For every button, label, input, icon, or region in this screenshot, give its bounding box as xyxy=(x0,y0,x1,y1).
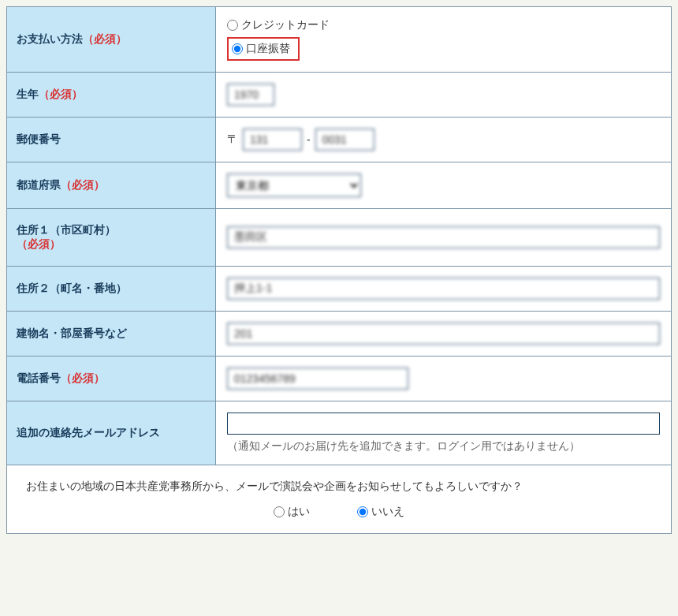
row-contact-consent: お住まいの地域の日本共産党事務所から、メールで演説会や企画をお知らせしてもよろし… xyxy=(7,465,672,534)
payment-credit-radio[interactable] xyxy=(227,20,238,31)
postal-input-1[interactable] xyxy=(243,129,302,151)
contact-form-table: お支払い方法（必須） クレジットカード 口座振替 生年（必須） 郵便番 xyxy=(6,6,672,534)
label-email: 追加の連絡先メールアドレス xyxy=(7,401,216,465)
row-postal-code: 郵便番号 〒 - xyxy=(7,118,672,162)
postal-input-2[interactable] xyxy=(315,129,374,151)
row-building: 建物名・部屋番号など xyxy=(7,312,672,357)
payment-credit-option[interactable]: クレジットカード xyxy=(227,18,660,32)
address1-input[interactable] xyxy=(227,226,660,248)
label-address1: 住所１（市区町村）（必須） xyxy=(7,209,216,267)
row-email: 追加の連絡先メールアドレス （通知メールのお届け先を追加できます。ログイン用では… xyxy=(7,401,672,465)
payment-bank-radio[interactable] xyxy=(232,43,243,54)
postal-separator: - xyxy=(307,133,311,146)
birth-year-input[interactable] xyxy=(227,84,274,106)
label-building: 建物名・部屋番号など xyxy=(7,312,216,357)
row-address2: 住所２（町名・番地） xyxy=(7,267,672,312)
row-birth-year: 生年（必須） xyxy=(7,73,672,118)
consent-no-radio[interactable] xyxy=(357,506,368,517)
consent-yes-radio[interactable] xyxy=(274,506,285,517)
building-input[interactable] xyxy=(227,323,660,345)
email-note: （通知メールのお届け先を追加できます。ログイン用ではありません） xyxy=(227,439,660,454)
postal-prefix: 〒 xyxy=(227,133,238,147)
phone-input[interactable] xyxy=(227,368,408,390)
payment-bank-option[interactable]: 口座振替 xyxy=(227,37,300,61)
row-prefecture: 都道府県（必須） 東京都 xyxy=(7,162,672,209)
email-input[interactable] xyxy=(227,413,660,435)
row-address1: 住所１（市区町村）（必須） xyxy=(7,209,672,267)
label-prefecture: 都道府県（必須） xyxy=(7,162,216,209)
address2-input[interactable] xyxy=(227,278,660,300)
consent-question: お住まいの地域の日本共産党事務所から、メールで演説会や企画をお知らせしてもよろし… xyxy=(26,480,652,494)
label-address2: 住所２（町名・番地） xyxy=(7,267,216,312)
label-postal-code: 郵便番号 xyxy=(7,118,216,162)
label-payment-method: お支払い方法（必須） xyxy=(7,7,216,73)
row-payment-method: お支払い方法（必須） クレジットカード 口座振替 xyxy=(7,7,672,73)
prefecture-select[interactable]: 東京都 xyxy=(227,174,361,197)
row-phone: 電話番号（必須） xyxy=(7,357,672,401)
consent-yes-option[interactable]: はい xyxy=(274,505,310,519)
label-birth-year: 生年（必須） xyxy=(7,73,216,118)
label-phone: 電話番号（必須） xyxy=(7,357,216,401)
consent-no-option[interactable]: いいえ xyxy=(357,505,404,519)
